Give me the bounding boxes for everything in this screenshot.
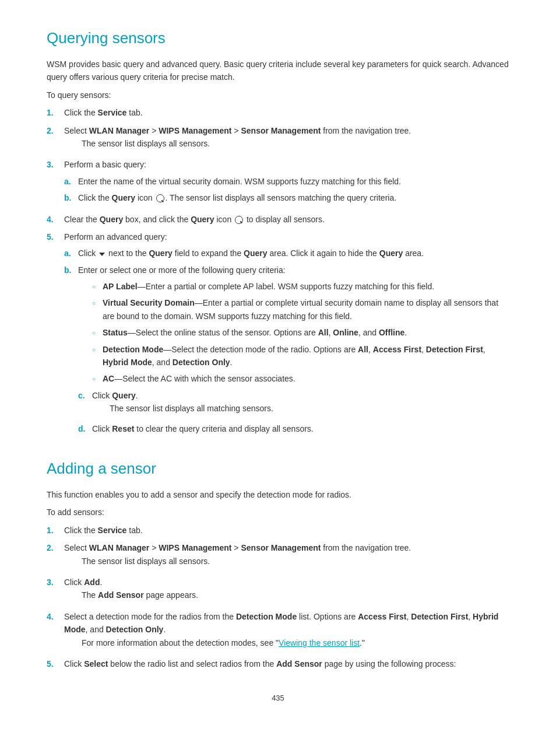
bullet-icon-status: ○	[92, 328, 103, 338]
querying-step-5d-num: d.	[78, 422, 92, 435]
querying-step-4-bold1: Query	[100, 215, 123, 224]
adding-step-3-note-bold: Add Sensor	[98, 590, 144, 600]
viewing-sensor-list-link[interactable]: Viewing the sensor list	[279, 638, 360, 648]
bullet-icon-aplabel: ○	[92, 282, 103, 292]
detmode-do-bold: Detection Only	[173, 358, 230, 367]
querying-bullet-ac: ○ AC—Select the AC with which the sensor…	[92, 372, 509, 385]
querying-step-5c-note: The sensor list displays all matching se…	[110, 402, 509, 415]
adding-intro-1: This function enables you to add a senso…	[47, 488, 509, 501]
querying-step-2-bold1: WLAN Manager	[89, 126, 149, 135]
querying-sensors-title: Querying sensors	[47, 29, 509, 47]
querying-step-3a-content: Enter the name of the virtual security d…	[78, 175, 509, 188]
bullet-icon-detmode: ○	[92, 345, 103, 355]
detmode-bold: Detection Mode	[103, 345, 163, 354]
querying-step-4: 4. Clear the Query box, and click the Qu…	[47, 213, 509, 226]
adding-step-3-note: The Add Sensor page appears.	[82, 589, 509, 601]
adding-step-2-bold2: WIPS Management	[159, 543, 231, 552]
querying-step-3a: a. Enter the name of the virtual securit…	[64, 175, 509, 188]
querying-bullet-aplabel: ○ AP Label—Enter a partial or complete A…	[92, 280, 509, 293]
status-bold: Status	[103, 328, 128, 337]
querying-step-2-num: 2.	[47, 124, 64, 154]
status-all-bold: All	[318, 328, 329, 337]
adding-step-4-bold1: Detection Mode	[236, 612, 297, 621]
querying-steps-list: 1. Click the Service tab. 2. Select WLAN…	[47, 106, 509, 439]
query-icon-3b	[156, 194, 164, 202]
querying-step-5-bullets: ○ AP Label—Enter a partial or complete A…	[92, 280, 509, 386]
adding-step-3: 3. Click Add. The Add Sensor page appear…	[47, 576, 509, 606]
status-offline-bold: Offline	[379, 328, 404, 337]
querying-step-5d: d. Click Reset to clear the query criter…	[78, 422, 509, 435]
detmode-af-bold: Access First	[373, 345, 421, 354]
querying-step-5b-content: Enter or select one or more of the follo…	[78, 264, 509, 276]
querying-step-5-num: 5.	[47, 230, 64, 439]
adding-step-2-content: Select WLAN Manager > WIPS Management > …	[64, 541, 509, 571]
querying-step-5-sublist: a. Click next to the Query field to expa…	[64, 247, 509, 276]
querying-bullet-vsd-content: Virtual Security Domain—Enter a partial …	[103, 296, 509, 323]
querying-step-1-num: 1.	[47, 106, 64, 119]
adding-step-1: 1. Click the Service tab.	[47, 524, 509, 537]
adding-step-3-num: 3.	[47, 576, 64, 606]
adding-step-1-content: Click the Service tab.	[64, 524, 509, 537]
page-number: 435	[47, 694, 509, 702]
querying-step-5-content: Perform an advanced query: a. Click next…	[64, 230, 509, 439]
aplabel-bold: AP Label	[103, 282, 138, 291]
querying-bullet-status: ○ Status—Select the online status of the…	[92, 326, 509, 339]
detmode-hm-bold: Hybrid Mode	[103, 358, 152, 367]
querying-step-1: 1. Click the Service tab.	[47, 106, 509, 119]
adding-step-2: 2. Select WLAN Manager > WIPS Management…	[47, 541, 509, 571]
adding-step-4-num: 4.	[47, 610, 64, 653]
querying-step-3-content: Perform a basic query: a. Enter the name…	[64, 158, 509, 208]
querying-step-4-bold2: Query	[191, 215, 214, 224]
bullet-icon-vsd: ○	[92, 299, 103, 308]
adding-step-5-bold1: Select	[84, 659, 108, 668]
expand-icon-5a	[99, 253, 105, 256]
adding-step-3-content: Click Add. The Add Sensor page appears.	[64, 576, 509, 606]
adding-step-3-bold: Add	[84, 578, 100, 587]
querying-step-2-bold2: WIPS Management	[159, 126, 231, 135]
querying-step-3b: b. Click the Query icon . The sensor lis…	[64, 191, 509, 204]
adding-step-2-num: 2.	[47, 541, 64, 571]
querying-step-2-note: The sensor list displays all sensors.	[82, 137, 509, 150]
querying-step-5b: b. Enter or select one or more of the fo…	[64, 264, 509, 276]
adding-to-label: To add sensors:	[47, 506, 509, 519]
adding-step-4-bold5: Detection Only	[106, 625, 164, 634]
querying-step-5a-bold2: Query	[244, 249, 267, 258]
querying-step-3b-num: b.	[64, 191, 78, 204]
querying-step-5-sublist2: c. Click Query. The sensor list displays…	[78, 389, 509, 435]
adding-step-4-bold3: Detection First	[411, 612, 468, 621]
querying-bullet-ac-content: AC—Select the AC with which the sensor a…	[103, 372, 509, 385]
detmode-df-bold: Detection First	[426, 345, 483, 354]
querying-step-3b-content: Click the Query icon . The sensor list d…	[78, 191, 509, 204]
querying-step-1-content: Click the Service tab.	[64, 106, 509, 119]
querying-step-5a-num: a.	[64, 247, 78, 260]
adding-step-5: 5. Click Select below the radio list and…	[47, 657, 509, 670]
querying-step-5b-num: b.	[64, 264, 78, 276]
querying-step-3b-bold: Query	[112, 193, 135, 202]
detmode-all-bold: All	[358, 345, 368, 354]
querying-step-5a-content: Click next to the Query field to expand …	[78, 247, 509, 260]
querying-bullet-status-content: Status—Select the online status of the s…	[103, 326, 509, 339]
adding-step-1-num: 1.	[47, 524, 64, 537]
querying-step-4-num: 4.	[47, 213, 64, 226]
querying-step-3: 3. Perform a basic query: a. Enter the n…	[47, 158, 509, 208]
querying-step-2: 2. Select WLAN Manager > WIPS Management…	[47, 124, 509, 154]
querying-step-2-content: Select WLAN Manager > WIPS Management > …	[64, 124, 509, 154]
querying-step-5d-content: Click Reset to clear the query criteria …	[92, 422, 509, 435]
querying-intro-1: WSM provides basic query and advanced qu…	[47, 58, 509, 84]
querying-to-label: To query sensors:	[47, 89, 509, 102]
vsd-bold: Virtual Security Domain	[103, 298, 195, 307]
querying-bullet-aplabel-content: AP Label—Enter a partial or complete AP …	[103, 280, 509, 293]
querying-step-5a-bold1: Query	[149, 249, 172, 258]
adding-step-4-content: Select a detection mode for the radios f…	[64, 610, 509, 653]
adding-step-1-bold: Service	[98, 526, 127, 535]
adding-step-4-bold2: Access First	[358, 612, 406, 621]
querying-step-3-sublist: a. Enter the name of the virtual securit…	[64, 175, 509, 205]
adding-step-2-note: The sensor list displays all sensors.	[82, 555, 509, 568]
adding-steps-list: 1. Click the Service tab. 2. Select WLAN…	[47, 524, 509, 671]
querying-step-3-num: 3.	[47, 158, 64, 208]
adding-sensor-title: Adding a sensor	[47, 460, 509, 478]
querying-step-5: 5. Perform an advanced query: a. Click n…	[47, 230, 509, 439]
querying-step-5c: c. Click Query. The sensor list displays…	[78, 389, 509, 419]
querying-step-5a-bold3: Query	[379, 249, 403, 258]
querying-step-4-content: Clear the Query box, and click the Query…	[64, 213, 509, 226]
